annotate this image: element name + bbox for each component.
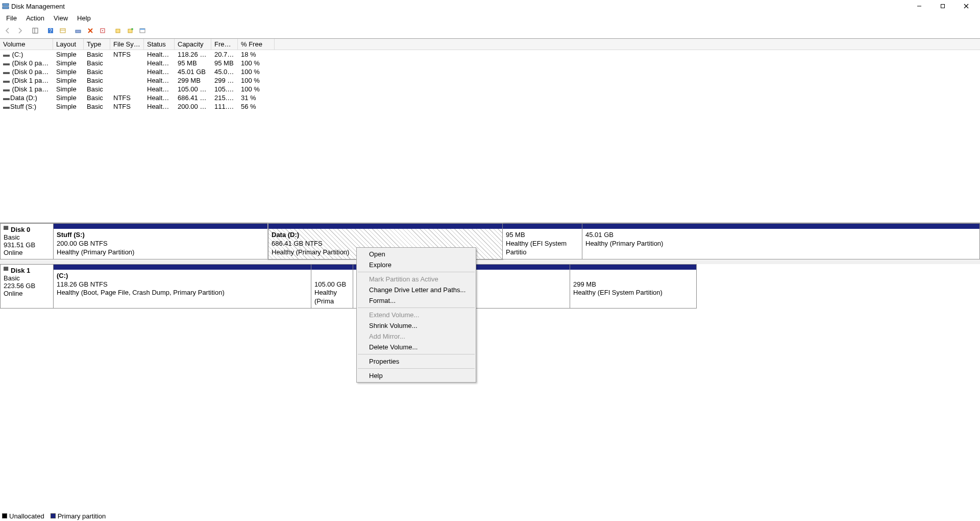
partition-colorbar bbox=[268, 224, 502, 229]
disk-state: Online bbox=[4, 249, 23, 256]
svg-rect-0 bbox=[3, 4, 9, 6]
menu-file[interactable]: File bbox=[2, 13, 21, 23]
disk-size: 931.51 GB bbox=[4, 241, 35, 249]
disk-info-0[interactable]: ▀Disk 0 Basic 931.51 GB Online bbox=[0, 223, 54, 259]
svg-rect-1 bbox=[3, 7, 9, 9]
forward-button[interactable] bbox=[14, 25, 26, 36]
col-free-space[interactable]: Free S... bbox=[211, 39, 238, 50]
menu-help[interactable]: Help bbox=[73, 13, 95, 23]
menu-view[interactable]: View bbox=[50, 13, 72, 23]
disk-type: Basic bbox=[4, 233, 20, 241]
disk-name: Disk 1 bbox=[11, 267, 30, 274]
partition-size-fs: 200.00 GB NTFS bbox=[57, 240, 264, 248]
partition-status: Healthy (EFI System Partition) bbox=[573, 289, 693, 297]
back-button[interactable] bbox=[2, 25, 13, 36]
table-body: ▬ (C:)SimpleBasicNTFSHealthy ...118.26 G… bbox=[0, 50, 980, 111]
minimize-button[interactable] bbox=[908, 0, 931, 12]
partition-size-fs: 299 MB bbox=[573, 280, 693, 289]
svg-point-19 bbox=[131, 28, 133, 30]
partition-colorbar bbox=[54, 224, 267, 229]
partition-colorbar bbox=[582, 224, 979, 229]
partition-status: Healthy (EFI System Partitio bbox=[506, 240, 579, 257]
col-type[interactable]: Type bbox=[84, 39, 110, 50]
partition-stuff-s[interactable]: Stuff (S:) 200.00 GB NTFS Healthy (Prima… bbox=[54, 223, 268, 259]
col-capacity[interactable]: Capacity bbox=[175, 39, 211, 50]
svg-rect-21 bbox=[140, 29, 145, 30]
drive-icon: ▬ bbox=[3, 51, 8, 58]
table-row[interactable]: ▬ (Disk 1 partitio...SimpleBasicHealthy … bbox=[0, 76, 980, 85]
table-row[interactable]: ▬ (Disk 1 partitio...SimpleBasicHealthy … bbox=[0, 85, 980, 93]
properties-button[interactable] bbox=[97, 25, 108, 36]
window-title: Disk Management bbox=[11, 3, 65, 10]
ctx-explore[interactable]: Explore bbox=[357, 259, 476, 270]
delete-button[interactable] bbox=[85, 25, 96, 36]
svg-rect-10 bbox=[60, 29, 65, 33]
drive-icon: ▬ bbox=[3, 77, 8, 84]
svg-point-16 bbox=[102, 30, 103, 31]
app-icon bbox=[2, 3, 9, 10]
disk-row-0: ▀Disk 0 Basic 931.51 GB Online Stuff (S:… bbox=[0, 223, 980, 260]
help-button[interactable]: ? bbox=[45, 25, 56, 36]
col-layout[interactable]: Layout bbox=[53, 39, 84, 50]
title-bar: Disk Management bbox=[0, 0, 980, 12]
ctx-open[interactable]: Open bbox=[357, 249, 476, 259]
drive-icon: ▬ bbox=[3, 59, 8, 67]
svg-rect-3 bbox=[941, 5, 945, 8]
view-button[interactable] bbox=[137, 25, 148, 36]
table-row[interactable]: ▬Stuff (S:)SimpleBasicNTFSHealthy ...200… bbox=[0, 102, 980, 111]
table-row[interactable]: ▬ (Disk 0 partitio...SimpleBasicHealthy … bbox=[0, 59, 980, 67]
disk-info-1[interactable]: ▀Disk 1 Basic 223.56 GB Online bbox=[0, 264, 54, 309]
svg-rect-17 bbox=[116, 29, 120, 33]
partition-45gb[interactable]: 45.01 GB Healthy (Primary Partition) bbox=[582, 223, 980, 259]
show-hide-console-tree-button[interactable] bbox=[30, 25, 41, 36]
drive-icon: ▬ bbox=[3, 68, 8, 76]
partition-name: Stuff (S:) bbox=[57, 231, 264, 240]
disk-size: 223.56 GB bbox=[4, 282, 35, 290]
settings-button[interactable] bbox=[72, 25, 84, 36]
menu-action[interactable]: Action bbox=[22, 13, 48, 23]
close-button[interactable] bbox=[954, 0, 978, 12]
partition-status: Healthy (Prima bbox=[314, 289, 350, 306]
partition-efi-95mb[interactable]: 95 MB Healthy (EFI System Partitio bbox=[503, 223, 582, 259]
partition-name bbox=[314, 272, 350, 280]
partition-colorbar bbox=[54, 265, 311, 270]
svg-rect-6 bbox=[33, 28, 38, 33]
disk-icon: ▀ bbox=[4, 226, 10, 233]
table-row[interactable]: ▬Data (D:)SimpleBasicNTFSHealthy ...686.… bbox=[0, 93, 980, 102]
col-file-system[interactable]: File System bbox=[110, 39, 144, 50]
partition-size-fs: 45.01 GB bbox=[585, 231, 976, 240]
partition-colorbar bbox=[503, 224, 582, 229]
refresh-button[interactable] bbox=[57, 25, 68, 36]
partition-size-fs: 95 MB bbox=[506, 231, 579, 240]
action-button[interactable] bbox=[125, 25, 136, 36]
partition-name: (C:) bbox=[57, 272, 308, 280]
col-pct-free[interactable]: % Free bbox=[238, 39, 275, 50]
partition-size-fs: 118.26 GB NTFS bbox=[57, 280, 308, 289]
partition-size-fs: 105.00 GB bbox=[314, 280, 350, 289]
svg-rect-12 bbox=[76, 30, 81, 33]
partition-status: Healthy (Boot, Page File, Crash Dump, Pr… bbox=[57, 289, 308, 297]
table-row[interactable]: ▬ (Disk 0 partitio...SimpleBasicHealthy … bbox=[0, 67, 980, 76]
toolbar: ? bbox=[0, 24, 980, 39]
partition-105gb[interactable]: 105.00 GB Healthy (Prima bbox=[311, 264, 353, 309]
partition-name: Data (D:) bbox=[272, 231, 499, 240]
table-row[interactable]: ▬ (C:)SimpleBasicNTFSHealthy ...118.26 G… bbox=[0, 50, 980, 59]
partition-name bbox=[573, 272, 693, 280]
partition-c[interactable]: (C:) 118.26 GB NTFS Healthy (Boot, Page … bbox=[54, 264, 311, 309]
ctx-change-drive-letter[interactable]: Change Drive Letter and Paths... bbox=[357, 285, 476, 295]
new-volume-button[interactable] bbox=[112, 25, 124, 36]
table-header: Volume Layout Type File System Status Ca… bbox=[0, 39, 980, 50]
ctx-extend-volume: Extend Volume... bbox=[357, 310, 476, 313]
col-volume[interactable]: Volume bbox=[0, 39, 53, 50]
ctx-format[interactable]: Format... bbox=[357, 295, 476, 306]
ctx-separator bbox=[358, 307, 475, 308]
partition-efi-299mb[interactable]: 299 MB Healthy (EFI System Partition) bbox=[570, 264, 697, 309]
disk-name: Disk 0 bbox=[11, 226, 30, 233]
volume-list[interactable]: Volume Layout Type File System Status Ca… bbox=[0, 39, 980, 223]
context-menu: Open Explore Mark Partition as Active Ch… bbox=[356, 247, 476, 313]
maximize-button[interactable] bbox=[931, 0, 954, 12]
disk-map: ▀Disk 0 Basic 931.51 GB Online Stuff (S:… bbox=[0, 223, 980, 309]
col-status[interactable]: Status bbox=[144, 39, 175, 50]
drive-icon: ▬ bbox=[3, 94, 8, 102]
ctx-separator bbox=[358, 272, 475, 272]
